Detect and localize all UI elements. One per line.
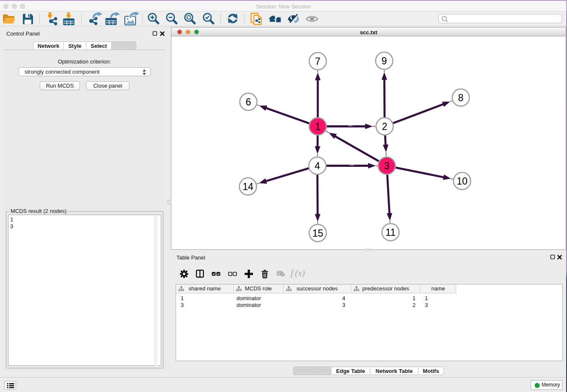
svg-text:7: 7 xyxy=(315,56,321,67)
svg-text:4: 4 xyxy=(315,160,320,171)
svg-text:9: 9 xyxy=(382,55,387,66)
svg-text:15: 15 xyxy=(312,228,323,239)
svg-text:3: 3 xyxy=(384,160,390,171)
svg-text:6: 6 xyxy=(246,97,251,108)
svg-text:2: 2 xyxy=(382,121,388,132)
svg-text:10: 10 xyxy=(457,176,468,187)
svg-text:11: 11 xyxy=(385,227,396,238)
svg-text:8: 8 xyxy=(458,92,464,103)
svg-text:14: 14 xyxy=(242,181,253,192)
svg-text:1: 1 xyxy=(315,121,321,132)
